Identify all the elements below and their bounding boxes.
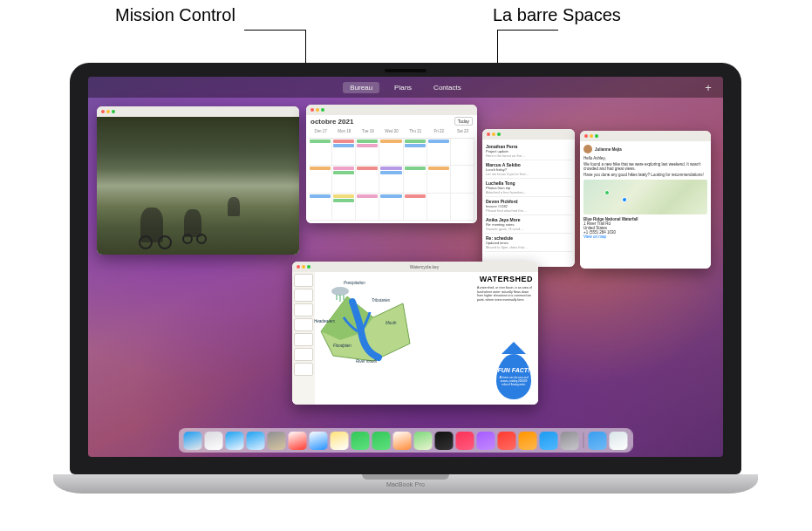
laptop-frame: Bureau Plans Contacts +	[70, 63, 741, 516]
dock-app-music[interactable]	[456, 432, 474, 450]
dock-app-reminders[interactable]	[310, 432, 328, 450]
window-titlebar	[97, 106, 299, 117]
watershed-diagram: Precipitation Tributaries Headwaters Flo…	[317, 283, 413, 365]
mail-list-item[interactable]: Luchella TongPhotos from tripAttached a …	[485, 179, 572, 197]
dock-app-photos[interactable]	[393, 432, 412, 450]
dock-app-safari[interactable]	[226, 432, 244, 450]
mission-control-area: octobre 2021 Today Dim 17Mon 18Tue 19Wed…	[88, 98, 723, 422]
svg-point-2	[331, 287, 349, 296]
callout-mission-control: Mission Control	[115, 5, 235, 25]
window-titlebar	[306, 105, 477, 115]
label-precipitation: Precipitation	[344, 281, 365, 285]
calendar-month-title: octobre 2021	[310, 118, 353, 126]
funfact-body: All rivers run into seas and oceans, tot…	[499, 376, 529, 386]
mail-body-line: Have you done any good hikes lately? Loo…	[583, 173, 707, 177]
keynote-slide-panel[interactable]	[292, 272, 315, 405]
laptop-brand: MacBook Pro	[386, 481, 425, 487]
mail-map-preview[interactable]	[583, 180, 707, 214]
dock-app-contacts[interactable]	[268, 432, 286, 450]
keynote-canvas: WATERSHED A watershed, or river basin, i…	[315, 272, 538, 405]
label-floodplain: Floodplain	[333, 344, 351, 348]
window-mail-inbox[interactable]: Jonathan PerraProject updateHere's the l…	[482, 129, 575, 267]
keynote-slide-thumb[interactable]	[294, 289, 313, 302]
mail-list-item[interactable]: Re: scheduleUpdated timesMoved to 3pm, d…	[485, 234, 572, 252]
label-tributaries: Tributaries	[372, 298, 390, 303]
mail-sender: Julianne Mejia	[595, 147, 622, 152]
dock-app-maps[interactable]	[414, 432, 433, 450]
mail-map-link[interactable]: View on map	[583, 235, 707, 239]
label-mouth: Mouth	[386, 321, 397, 325]
dock-app-tv[interactable]	[435, 432, 454, 450]
keynote-slide-thumb[interactable]	[294, 363, 313, 376]
dock-trash[interactable]	[610, 432, 628, 450]
mail-list-item[interactable]: Jonathan PerraProject updateHere's the l…	[485, 142, 572, 160]
calendar-today-button[interactable]: Today	[454, 117, 473, 126]
dock-app-calendar[interactable]	[289, 432, 307, 450]
window-titlebar: Watercycle.key	[292, 262, 538, 272]
laptop-base: MacBook Pro	[53, 474, 758, 494]
dock-app-messages[interactable]	[351, 432, 370, 450]
callout-spaces-bar: La barre Spaces	[493, 5, 621, 25]
funfact-title: FUN FACT!	[498, 367, 530, 373]
space-bureau[interactable]: Bureau	[343, 82, 379, 93]
dock-app-notes[interactable]	[331, 432, 349, 450]
mail-list-item[interactable]: Marcus A SekiboLunch friday?Let me know …	[485, 160, 572, 179]
dock-downloads[interactable]	[589, 432, 607, 450]
watershed-body: A watershed, or river basin, is an area …	[477, 286, 533, 302]
watershed-heading: WATERSHED	[480, 275, 533, 283]
mail-list-item[interactable]: Anika Jaya MoreRe: meeting notesSounds g…	[485, 215, 572, 234]
dock-app-launchpad[interactable]	[205, 432, 223, 450]
spaces-bar: Bureau Plans Contacts +	[88, 77, 723, 98]
camera-notch	[385, 69, 426, 72]
mail-greeting: Hello Ashley,	[583, 156, 707, 160]
window-keynote[interactable]: Watercycle.key	[292, 262, 538, 405]
trackpad-notch	[362, 474, 449, 480]
keynote-slide-thumb[interactable]	[294, 318, 313, 331]
dock-app-books[interactable]	[519, 432, 537, 450]
window-preview-photo[interactable]	[97, 106, 299, 255]
screen-bezel: Bureau Plans Contacts +	[70, 63, 741, 474]
dock	[179, 428, 633, 453]
dock-app-finder[interactable]	[184, 432, 202, 450]
mail-list-item[interactable]: Devon PickfordInvoice #1182Please find a…	[485, 197, 572, 215]
keynote-slide-thumb[interactable]	[294, 333, 313, 346]
callout-line	[244, 30, 305, 31]
photo-content	[97, 117, 299, 255]
window-titlebar	[580, 131, 711, 141]
funfact-drop: FUN FACT! All rivers run into seas and o…	[496, 354, 531, 399]
keynote-doc-title: Watercycle.key	[310, 264, 538, 269]
calendar-grid	[309, 138, 474, 221]
dock-app-appstore[interactable]	[540, 432, 558, 450]
callout-line	[497, 30, 558, 31]
add-space-button[interactable]: +	[702, 81, 714, 93]
dock-app-mail[interactable]	[247, 432, 265, 450]
label-headwaters: Headwaters	[314, 319, 335, 323]
dock-app-news[interactable]	[498, 432, 516, 450]
dock-app-facetime[interactable]	[372, 432, 391, 450]
calendar-day-headers: Dim 17Mon 18Tue 19Wed 20Thu 21Fri 22Sat …	[309, 129, 474, 133]
window-calendar[interactable]: octobre 2021 Today Dim 17Mon 18Tue 19Wed…	[306, 105, 477, 223]
label-river-mouth: River mouth	[356, 359, 377, 364]
window-mail-message[interactable]: Julianne Mejia Hello Ashley, We found a …	[580, 131, 711, 269]
keynote-slide-thumb[interactable]	[294, 303, 313, 317]
desktop: Bureau Plans Contacts +	[88, 77, 723, 457]
avatar	[583, 145, 592, 153]
mail-body-line: We found a new hike that we were explori…	[583, 162, 707, 171]
keynote-slide-thumb[interactable]	[294, 274, 313, 287]
space-plans[interactable]: Plans	[387, 82, 419, 93]
window-titlebar	[482, 129, 575, 140]
space-contacts[interactable]: Contacts	[426, 82, 468, 93]
dock-app-settings[interactable]	[561, 432, 579, 450]
dock-separator	[583, 432, 584, 448]
dock-app-podcasts[interactable]	[477, 432, 495, 450]
keynote-slide-thumb[interactable]	[294, 348, 313, 361]
